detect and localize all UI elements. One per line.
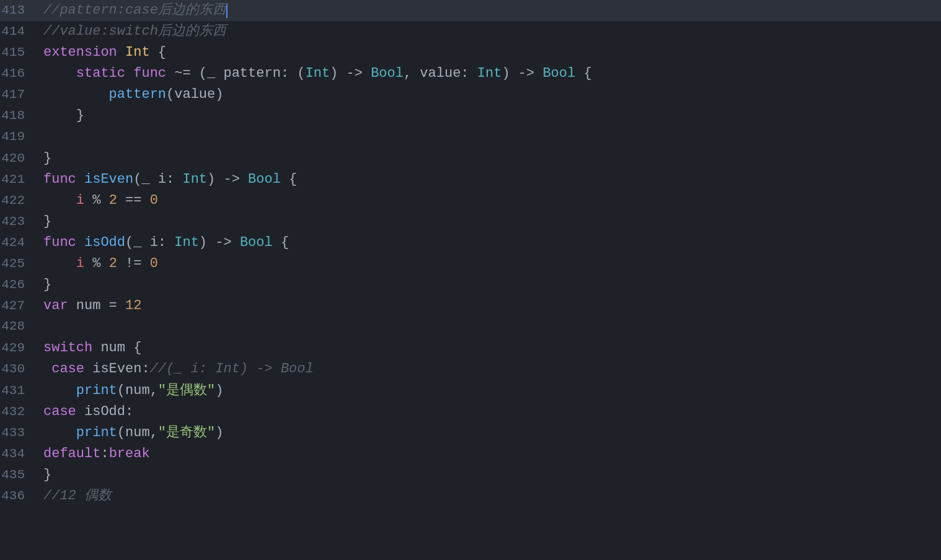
token: static <box>43 66 125 81</box>
token: pattern <box>43 87 166 102</box>
token: (_ i: <box>125 235 174 250</box>
token: func <box>43 235 76 250</box>
code-line: 434default:break <box>0 444 941 465</box>
line-content: } <box>36 211 941 232</box>
line-number: 420 <box>0 149 36 169</box>
token: ) -> <box>501 66 542 81</box>
token: { <box>575 66 591 81</box>
code-line: 422 i % 2 == 0 <box>0 190 941 211</box>
token: (num, <box>117 383 158 398</box>
text-cursor <box>226 4 228 18</box>
line-number: 414 <box>0 22 36 42</box>
code-editor: 413//pattern:case后边的东西414//value:switch后… <box>0 0 941 560</box>
token: ) -> <box>199 235 240 250</box>
code-line: 430 case isEven://(_ i: Int) -> Bool <box>0 359 941 380</box>
line-number: 418 <box>0 106 36 126</box>
token: Bool <box>240 235 273 250</box>
code-line: 418 } <box>0 105 941 126</box>
line-number: 413 <box>0 1 36 21</box>
code-line: 435} <box>0 465 941 486</box>
token: , value: <box>404 66 477 81</box>
code-line: 426} <box>0 274 941 295</box>
token <box>76 235 84 250</box>
token: isOdd <box>84 235 125 250</box>
token: ) -> <box>330 66 371 81</box>
line-content: case isOdd: <box>36 401 941 422</box>
line-content: func isOdd(_ i: Int) -> Bool { <box>36 232 941 253</box>
line-content: case isEven://(_ i: Int) -> Bool <box>36 359 941 380</box>
code-line: 420} <box>0 148 941 169</box>
token: ) -> <box>207 172 248 187</box>
code-line: 417 pattern(value) <box>0 84 941 105</box>
token: (value) <box>166 87 223 102</box>
token: (_ pattern: ( <box>191 66 306 81</box>
token: 0 <box>150 256 158 271</box>
token: ) <box>215 383 223 398</box>
token: Int <box>306 66 330 81</box>
line-content: //pattern:case后边的东西 <box>36 0 941 21</box>
code-line: 428 <box>0 317 941 338</box>
line-content: pattern(value) <box>36 84 941 105</box>
line-content: i % 2 == 0 <box>36 190 941 211</box>
token: Bool <box>248 172 281 187</box>
code-line: 414//value:switch后边的东西 <box>0 21 941 42</box>
line-content: extension Int { <box>36 42 941 63</box>
token: isEven: <box>84 361 150 377</box>
token <box>43 383 76 398</box>
token: { <box>273 235 289 250</box>
code-line: 432case isOdd: <box>0 401 941 422</box>
token: "是奇数" <box>158 425 215 440</box>
token <box>76 172 84 187</box>
line-content: default:break <box>36 444 941 465</box>
token <box>43 425 76 440</box>
token: } <box>43 467 51 483</box>
token: Int <box>125 45 150 60</box>
token: % <box>84 256 109 271</box>
code-line: 429switch num { <box>0 338 941 359</box>
token: func <box>43 172 76 187</box>
line-number: 429 <box>0 338 36 359</box>
token <box>117 45 125 60</box>
line-number: 417 <box>0 85 36 105</box>
token: } <box>43 214 51 229</box>
line-content: } <box>36 274 941 295</box>
line-number: 426 <box>0 275 36 295</box>
token: 2 <box>109 193 117 208</box>
line-number: 416 <box>0 64 36 84</box>
code-line: 436//12 偶数 <box>0 486 941 507</box>
line-number: 424 <box>0 233 36 253</box>
code-line: 423} <box>0 211 941 232</box>
line-number: 423 <box>0 212 36 232</box>
token: ) <box>215 425 223 440</box>
line-number: 428 <box>0 317 36 337</box>
line-number: 433 <box>0 423 36 444</box>
line-content: func isEven(_ i: Int) -> Bool { <box>36 169 941 190</box>
token: extension <box>43 45 117 60</box>
token: "是偶数" <box>158 383 215 398</box>
token: } <box>43 277 51 292</box>
token: } <box>43 108 84 123</box>
token: case <box>43 404 76 419</box>
line-content: var num = 12 <box>36 295 941 317</box>
token: print <box>76 383 117 398</box>
line-number: 427 <box>0 296 36 317</box>
line-content: } <box>36 148 941 169</box>
line-number: 419 <box>0 127 36 147</box>
token: //(_ i: Int) -> Bool <box>150 361 314 377</box>
line-number: 430 <box>0 359 36 380</box>
token <box>43 193 76 208</box>
token: : <box>100 446 108 462</box>
line-content: print(num,"是奇数") <box>36 422 941 444</box>
token: i <box>76 193 84 208</box>
token: case <box>43 361 84 377</box>
line-number: 422 <box>0 191 36 211</box>
token: 2 <box>109 256 117 271</box>
token: ~= <box>174 66 190 81</box>
line-number: 425 <box>0 254 36 274</box>
code-line: 419 <box>0 127 941 148</box>
token: Bool <box>542 66 575 81</box>
token: i <box>76 256 84 271</box>
line-number: 435 <box>0 465 36 486</box>
code-line: 425 i % 2 != 0 <box>0 253 941 274</box>
code-line: 416 static func ~= (_ pattern: (Int) -> … <box>0 63 941 84</box>
